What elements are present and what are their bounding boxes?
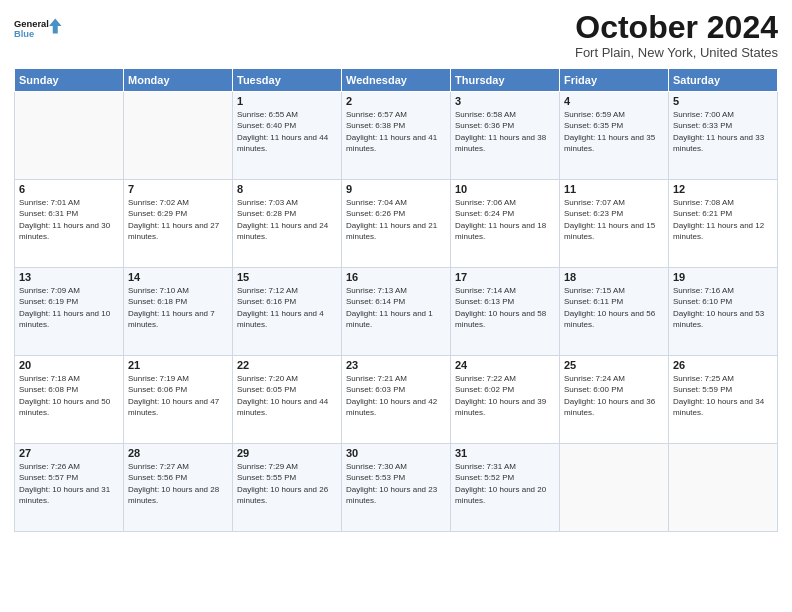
cell-content: Sunrise: 7:29 AM Sunset: 5:55 PM Dayligh…	[237, 461, 337, 506]
calendar-header: Sunday Monday Tuesday Wednesday Thursday…	[15, 69, 778, 92]
day-number: 13	[19, 271, 119, 283]
day-number: 30	[346, 447, 446, 459]
day-number: 12	[673, 183, 773, 195]
cell-content: Sunrise: 7:19 AM Sunset: 6:06 PM Dayligh…	[128, 373, 228, 418]
col-friday: Friday	[560, 69, 669, 92]
day-number: 5	[673, 95, 773, 107]
logo: General Blue	[14, 10, 64, 50]
calendar-week-2: 6Sunrise: 7:01 AM Sunset: 6:31 PM Daylig…	[15, 180, 778, 268]
calendar-cell: 27Sunrise: 7:26 AM Sunset: 5:57 PM Dayli…	[15, 444, 124, 532]
svg-text:General: General	[14, 19, 49, 29]
calendar-cell: 15Sunrise: 7:12 AM Sunset: 6:16 PM Dayli…	[233, 268, 342, 356]
location: Fort Plain, New York, United States	[575, 45, 778, 60]
day-number: 17	[455, 271, 555, 283]
calendar-week-1: 1Sunrise: 6:55 AM Sunset: 6:40 PM Daylig…	[15, 92, 778, 180]
col-saturday: Saturday	[669, 69, 778, 92]
svg-text:Blue: Blue	[14, 29, 34, 39]
logo-svg: General Blue	[14, 10, 64, 50]
calendar-week-3: 13Sunrise: 7:09 AM Sunset: 6:19 PM Dayli…	[15, 268, 778, 356]
calendar-cell: 14Sunrise: 7:10 AM Sunset: 6:18 PM Dayli…	[124, 268, 233, 356]
col-monday: Monday	[124, 69, 233, 92]
cell-content: Sunrise: 7:12 AM Sunset: 6:16 PM Dayligh…	[237, 285, 337, 330]
calendar-cell: 6Sunrise: 7:01 AM Sunset: 6:31 PM Daylig…	[15, 180, 124, 268]
cell-content: Sunrise: 7:09 AM Sunset: 6:19 PM Dayligh…	[19, 285, 119, 330]
cell-content: Sunrise: 7:13 AM Sunset: 6:14 PM Dayligh…	[346, 285, 446, 330]
day-number: 16	[346, 271, 446, 283]
calendar-cell	[669, 444, 778, 532]
svg-marker-2	[49, 18, 62, 33]
day-number: 1	[237, 95, 337, 107]
calendar-cell: 2Sunrise: 6:57 AM Sunset: 6:38 PM Daylig…	[342, 92, 451, 180]
calendar-cell: 16Sunrise: 7:13 AM Sunset: 6:14 PM Dayli…	[342, 268, 451, 356]
day-number: 15	[237, 271, 337, 283]
calendar-cell	[560, 444, 669, 532]
calendar-table: Sunday Monday Tuesday Wednesday Thursday…	[14, 68, 778, 532]
day-number: 9	[346, 183, 446, 195]
cell-content: Sunrise: 7:06 AM Sunset: 6:24 PM Dayligh…	[455, 197, 555, 242]
calendar-cell: 9Sunrise: 7:04 AM Sunset: 6:26 PM Daylig…	[342, 180, 451, 268]
cell-content: Sunrise: 7:25 AM Sunset: 5:59 PM Dayligh…	[673, 373, 773, 418]
cell-content: Sunrise: 7:07 AM Sunset: 6:23 PM Dayligh…	[564, 197, 664, 242]
calendar-cell: 11Sunrise: 7:07 AM Sunset: 6:23 PM Dayli…	[560, 180, 669, 268]
cell-content: Sunrise: 6:55 AM Sunset: 6:40 PM Dayligh…	[237, 109, 337, 154]
cell-content: Sunrise: 7:14 AM Sunset: 6:13 PM Dayligh…	[455, 285, 555, 330]
calendar-cell: 31Sunrise: 7:31 AM Sunset: 5:52 PM Dayli…	[451, 444, 560, 532]
col-wednesday: Wednesday	[342, 69, 451, 92]
calendar-cell: 12Sunrise: 7:08 AM Sunset: 6:21 PM Dayli…	[669, 180, 778, 268]
calendar-week-5: 27Sunrise: 7:26 AM Sunset: 5:57 PM Dayli…	[15, 444, 778, 532]
cell-content: Sunrise: 7:26 AM Sunset: 5:57 PM Dayligh…	[19, 461, 119, 506]
cell-content: Sunrise: 7:04 AM Sunset: 6:26 PM Dayligh…	[346, 197, 446, 242]
day-number: 7	[128, 183, 228, 195]
col-thursday: Thursday	[451, 69, 560, 92]
day-number: 3	[455, 95, 555, 107]
day-number: 27	[19, 447, 119, 459]
day-number: 20	[19, 359, 119, 371]
day-number: 31	[455, 447, 555, 459]
calendar-cell: 7Sunrise: 7:02 AM Sunset: 6:29 PM Daylig…	[124, 180, 233, 268]
calendar-body: 1Sunrise: 6:55 AM Sunset: 6:40 PM Daylig…	[15, 92, 778, 532]
cell-content: Sunrise: 6:59 AM Sunset: 6:35 PM Dayligh…	[564, 109, 664, 154]
calendar-cell: 29Sunrise: 7:29 AM Sunset: 5:55 PM Dayli…	[233, 444, 342, 532]
cell-content: Sunrise: 7:08 AM Sunset: 6:21 PM Dayligh…	[673, 197, 773, 242]
cell-content: Sunrise: 7:03 AM Sunset: 6:28 PM Dayligh…	[237, 197, 337, 242]
day-number: 8	[237, 183, 337, 195]
header: General Blue October 2024 Fort Plain, Ne…	[14, 10, 778, 60]
calendar-cell: 22Sunrise: 7:20 AM Sunset: 6:05 PM Dayli…	[233, 356, 342, 444]
calendar-cell: 10Sunrise: 7:06 AM Sunset: 6:24 PM Dayli…	[451, 180, 560, 268]
col-sunday: Sunday	[15, 69, 124, 92]
day-number: 22	[237, 359, 337, 371]
day-number: 24	[455, 359, 555, 371]
calendar-cell: 18Sunrise: 7:15 AM Sunset: 6:11 PM Dayli…	[560, 268, 669, 356]
calendar-cell	[15, 92, 124, 180]
cell-content: Sunrise: 7:00 AM Sunset: 6:33 PM Dayligh…	[673, 109, 773, 154]
day-number: 2	[346, 95, 446, 107]
calendar-cell	[124, 92, 233, 180]
cell-content: Sunrise: 7:21 AM Sunset: 6:03 PM Dayligh…	[346, 373, 446, 418]
header-row: Sunday Monday Tuesday Wednesday Thursday…	[15, 69, 778, 92]
title-section: October 2024 Fort Plain, New York, Unite…	[575, 10, 778, 60]
page: General Blue October 2024 Fort Plain, Ne…	[0, 0, 792, 612]
cell-content: Sunrise: 7:24 AM Sunset: 6:00 PM Dayligh…	[564, 373, 664, 418]
day-number: 10	[455, 183, 555, 195]
day-number: 18	[564, 271, 664, 283]
cell-content: Sunrise: 7:01 AM Sunset: 6:31 PM Dayligh…	[19, 197, 119, 242]
day-number: 4	[564, 95, 664, 107]
calendar-cell: 23Sunrise: 7:21 AM Sunset: 6:03 PM Dayli…	[342, 356, 451, 444]
calendar-cell: 5Sunrise: 7:00 AM Sunset: 6:33 PM Daylig…	[669, 92, 778, 180]
cell-content: Sunrise: 7:31 AM Sunset: 5:52 PM Dayligh…	[455, 461, 555, 506]
cell-content: Sunrise: 7:27 AM Sunset: 5:56 PM Dayligh…	[128, 461, 228, 506]
day-number: 26	[673, 359, 773, 371]
calendar-cell: 17Sunrise: 7:14 AM Sunset: 6:13 PM Dayli…	[451, 268, 560, 356]
calendar-cell: 26Sunrise: 7:25 AM Sunset: 5:59 PM Dayli…	[669, 356, 778, 444]
calendar-cell: 13Sunrise: 7:09 AM Sunset: 6:19 PM Dayli…	[15, 268, 124, 356]
cell-content: Sunrise: 7:02 AM Sunset: 6:29 PM Dayligh…	[128, 197, 228, 242]
col-tuesday: Tuesday	[233, 69, 342, 92]
day-number: 23	[346, 359, 446, 371]
day-number: 6	[19, 183, 119, 195]
cell-content: Sunrise: 6:58 AM Sunset: 6:36 PM Dayligh…	[455, 109, 555, 154]
calendar-cell: 30Sunrise: 7:30 AM Sunset: 5:53 PM Dayli…	[342, 444, 451, 532]
calendar-cell: 4Sunrise: 6:59 AM Sunset: 6:35 PM Daylig…	[560, 92, 669, 180]
cell-content: Sunrise: 6:57 AM Sunset: 6:38 PM Dayligh…	[346, 109, 446, 154]
cell-content: Sunrise: 7:30 AM Sunset: 5:53 PM Dayligh…	[346, 461, 446, 506]
calendar-cell: 8Sunrise: 7:03 AM Sunset: 6:28 PM Daylig…	[233, 180, 342, 268]
